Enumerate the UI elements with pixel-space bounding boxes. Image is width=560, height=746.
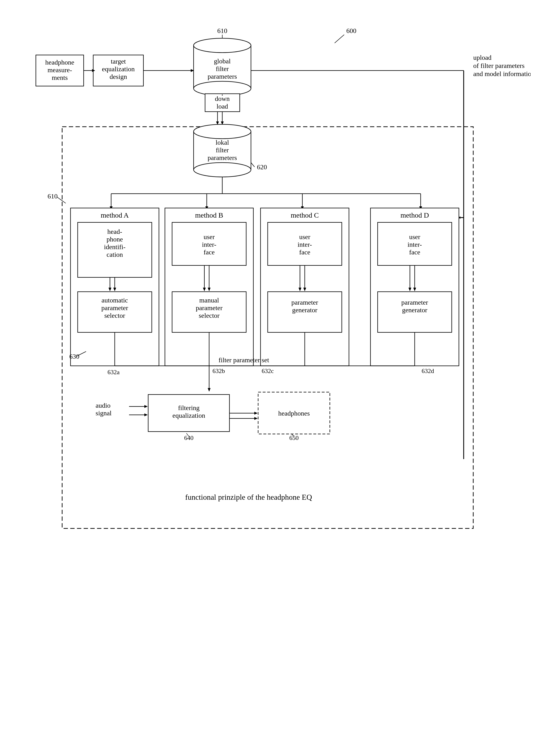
ref-632c: 632c (262, 368, 274, 374)
lokal-filter-label3: parameters (208, 154, 237, 162)
headphone-ident-label4: cation (107, 251, 123, 258)
headphone-ident-label2: phone (107, 235, 123, 243)
user-interface-b-label: user (204, 233, 215, 240)
filter-param-set-label: filter parameter set (218, 356, 269, 364)
user-interface-d-label3: face (409, 249, 420, 256)
headphone-ident-label: head- (107, 228, 122, 235)
headphone-measurements-label: headphone (45, 59, 74, 66)
user-interface-c-label2: inter- (298, 241, 312, 248)
target-eq-label3: design (110, 73, 127, 80)
method-b-label: method B (195, 211, 223, 219)
auto-param-label3: selector (104, 312, 125, 319)
ref-650: 650 (290, 434, 299, 441)
filtering-eq-label: filtering (178, 404, 200, 411)
lokal-filter-label2: filter (216, 146, 229, 154)
manual-param-label3: selector (199, 312, 219, 319)
headphone-measurements-label3: ments (52, 74, 68, 81)
param-gen-c-label2: generator (292, 306, 317, 314)
auto-param-label: automatic (101, 296, 128, 304)
ref-632a: 632a (108, 369, 120, 376)
svg-point-23 (194, 163, 251, 177)
user-interface-d-label: user (409, 233, 420, 240)
method-d-label: method D (400, 211, 429, 219)
ref-640: 640 (184, 434, 194, 441)
global-filter-label: global (214, 57, 231, 65)
user-interface-b-label2: inter- (202, 241, 216, 248)
ref-630: 630 (69, 353, 79, 360)
upload-label3: and model information (473, 70, 531, 78)
lokal-filter-label: lokal (215, 139, 229, 146)
svg-point-22 (194, 124, 251, 139)
manual-param-label2: parameter (196, 304, 223, 312)
svg-line-7 (334, 35, 344, 43)
download-label: down (215, 95, 230, 102)
headphone-measurements-label2: measure- (48, 66, 72, 74)
manual-param-label: manual (199, 296, 219, 304)
audio-signal-label: audio (96, 402, 111, 409)
auto-param-label2: parameter (101, 304, 128, 312)
headphone-ident-label3: identifi- (104, 243, 125, 251)
user-interface-c-label: user (299, 233, 311, 240)
user-interface-b-label3: face (204, 249, 215, 256)
user-interface-c-label3: face (299, 249, 311, 256)
ref-620: 620 (257, 163, 267, 171)
target-eq-label: target (111, 58, 126, 65)
upload-label: upload (473, 54, 492, 61)
ref-632b: 632b (212, 368, 225, 374)
param-gen-d-label: parameter (401, 299, 428, 306)
ref-600: 600 (346, 27, 356, 34)
global-filter-label2: filter (216, 65, 229, 73)
headphones-label: headphones (278, 409, 310, 417)
param-gen-c-label: parameter (291, 299, 318, 306)
param-gen-d-label2: generator (402, 306, 428, 314)
ref-610-top: 610 (217, 27, 227, 34)
global-filter-label3: parameters (208, 73, 237, 80)
ref-610-left: 610 (48, 193, 58, 200)
svg-point-9 (194, 38, 251, 53)
filtering-eq-label2: equalization (173, 412, 205, 419)
target-eq-label2: equalization (102, 65, 135, 73)
user-interface-d-label2: inter- (408, 241, 422, 248)
download-label2: load (216, 103, 228, 110)
audio-signal-label2: signal (96, 409, 112, 417)
diagram-container: headphone measure- ments target equaliza… (29, 15, 531, 731)
upload-label2: of filter parameters (473, 62, 525, 69)
method-a-label: method A (100, 211, 129, 219)
ref-632d: 632d (422, 368, 434, 374)
diagram-caption: functional prinziple of the headphone EQ (185, 493, 312, 501)
method-c-label: method C (291, 211, 319, 219)
